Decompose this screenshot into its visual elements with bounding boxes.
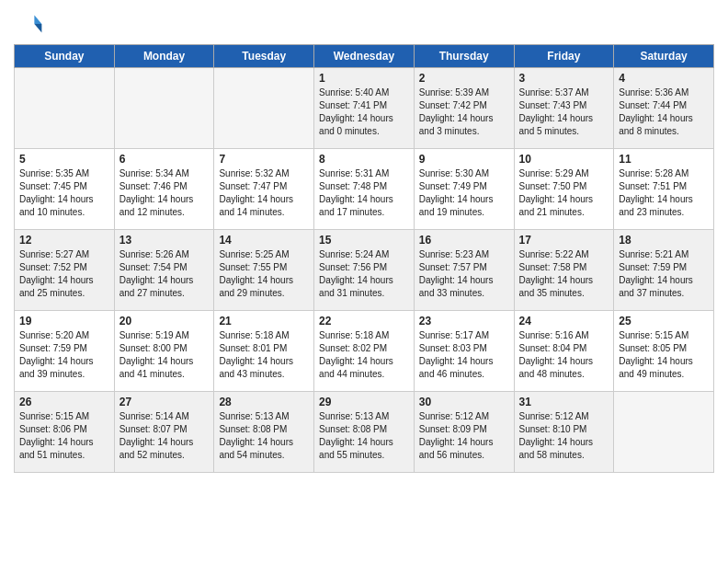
day-number: 1 (319, 72, 409, 85)
calendar-week-row: 1Sunrise: 5:40 AMSunset: 7:41 PMDaylight… (15, 68, 714, 149)
day-number: 8 (319, 153, 409, 166)
day-number: 29 (319, 396, 409, 408)
weekday-header: Thursday (414, 45, 514, 68)
day-number: 27 (119, 396, 210, 408)
logo-icon (14, 9, 43, 39)
day-number: 9 (419, 153, 509, 166)
day-info: Sunrise: 5:30 AMSunset: 7:49 PMDaylight:… (419, 167, 509, 219)
day-number: 12 (19, 234, 109, 247)
day-info: Sunrise: 5:15 AMSunset: 8:05 PMDaylight:… (619, 329, 709, 381)
calendar-cell: 30Sunrise: 5:12 AMSunset: 8:09 PMDayligh… (414, 392, 514, 473)
calendar-cell: 25Sunrise: 5:15 AMSunset: 8:05 PMDayligh… (614, 311, 714, 392)
calendar-cell: 7Sunrise: 5:32 AMSunset: 7:47 PMDaylight… (214, 149, 314, 230)
calendar-cell: 15Sunrise: 5:24 AMSunset: 7:56 PMDayligh… (314, 230, 415, 311)
calendar-cell: 9Sunrise: 5:30 AMSunset: 7:49 PMDaylight… (414, 149, 514, 230)
day-info: Sunrise: 5:36 AMSunset: 7:44 PMDaylight:… (619, 86, 709, 138)
calendar-cell: 22Sunrise: 5:18 AMSunset: 8:02 PMDayligh… (314, 311, 415, 392)
day-number: 10 (519, 153, 609, 166)
day-info: Sunrise: 5:37 AMSunset: 7:43 PMDaylight:… (519, 86, 609, 138)
day-info: Sunrise: 5:18 AMSunset: 8:01 PMDaylight:… (219, 329, 309, 381)
day-info: Sunrise: 5:22 AMSunset: 7:58 PMDaylight:… (519, 248, 609, 300)
day-number: 15 (319, 234, 409, 247)
page-header (14, 9, 714, 39)
day-number: 26 (19, 396, 109, 408)
calendar-week-row: 26Sunrise: 5:15 AMSunset: 8:06 PMDayligh… (15, 392, 714, 473)
day-info: Sunrise: 5:13 AMSunset: 8:08 PMDaylight:… (319, 410, 409, 462)
calendar-cell: 29Sunrise: 5:13 AMSunset: 8:08 PMDayligh… (314, 392, 415, 473)
calendar-cell: 6Sunrise: 5:34 AMSunset: 7:46 PMDaylight… (114, 149, 214, 230)
svg-marker-0 (34, 15, 41, 24)
calendar-cell: 12Sunrise: 5:27 AMSunset: 7:52 PMDayligh… (15, 230, 115, 311)
calendar-cell: 1Sunrise: 5:40 AMSunset: 7:41 PMDaylight… (314, 68, 415, 149)
weekday-header: Friday (514, 45, 614, 68)
calendar-cell (114, 68, 214, 149)
day-number: 16 (419, 234, 509, 247)
calendar-cell: 3Sunrise: 5:37 AMSunset: 7:43 PMDaylight… (514, 68, 614, 149)
calendar-cell: 21Sunrise: 5:18 AMSunset: 8:01 PMDayligh… (214, 311, 314, 392)
day-info: Sunrise: 5:17 AMSunset: 8:03 PMDaylight:… (419, 329, 509, 381)
day-info: Sunrise: 5:40 AMSunset: 7:41 PMDaylight:… (319, 86, 409, 138)
calendar-cell: 31Sunrise: 5:12 AMSunset: 8:10 PMDayligh… (514, 392, 614, 473)
day-number: 31 (519, 396, 609, 408)
day-number: 20 (119, 315, 210, 327)
day-info: Sunrise: 5:13 AMSunset: 8:08 PMDaylight:… (219, 410, 309, 462)
day-info: Sunrise: 5:23 AMSunset: 7:57 PMDaylight:… (419, 248, 509, 300)
day-number: 22 (319, 315, 409, 327)
day-number: 13 (119, 234, 210, 247)
day-info: Sunrise: 5:25 AMSunset: 7:55 PMDaylight:… (219, 248, 309, 300)
day-number: 18 (619, 234, 709, 247)
day-info: Sunrise: 5:24 AMSunset: 7:56 PMDaylight:… (319, 248, 409, 300)
weekday-header: Monday (114, 45, 214, 68)
day-info: Sunrise: 5:34 AMSunset: 7:46 PMDaylight:… (119, 167, 210, 219)
day-number: 6 (119, 153, 210, 166)
day-info: Sunrise: 5:21 AMSunset: 7:59 PMDaylight:… (619, 248, 709, 300)
weekday-header: Saturday (614, 45, 714, 68)
day-number: 21 (219, 315, 309, 327)
calendar-cell: 10Sunrise: 5:29 AMSunset: 7:50 PMDayligh… (514, 149, 614, 230)
day-number: 11 (619, 153, 709, 166)
calendar-cell: 8Sunrise: 5:31 AMSunset: 7:48 PMDaylight… (314, 149, 415, 230)
day-number: 23 (419, 315, 509, 327)
calendar-cell: 14Sunrise: 5:25 AMSunset: 7:55 PMDayligh… (214, 230, 314, 311)
day-number: 7 (219, 153, 309, 166)
logo (14, 9, 47, 39)
day-info: Sunrise: 5:39 AMSunset: 7:42 PMDaylight:… (419, 86, 509, 138)
day-number: 25 (619, 315, 709, 327)
day-info: Sunrise: 5:20 AMSunset: 7:59 PMDaylight:… (19, 329, 109, 381)
day-number: 28 (219, 396, 309, 408)
weekday-header: Sunday (15, 45, 115, 68)
calendar-cell: 16Sunrise: 5:23 AMSunset: 7:57 PMDayligh… (414, 230, 514, 311)
calendar-cell (614, 392, 714, 473)
calendar-week-row: 12Sunrise: 5:27 AMSunset: 7:52 PMDayligh… (15, 230, 714, 311)
day-info: Sunrise: 5:12 AMSunset: 8:10 PMDaylight:… (519, 410, 609, 462)
day-number: 2 (419, 72, 509, 85)
day-info: Sunrise: 5:29 AMSunset: 7:50 PMDaylight:… (519, 167, 609, 219)
calendar-week-row: 5Sunrise: 5:35 AMSunset: 7:45 PMDaylight… (15, 149, 714, 230)
calendar-cell: 5Sunrise: 5:35 AMSunset: 7:45 PMDaylight… (15, 149, 115, 230)
day-info: Sunrise: 5:27 AMSunset: 7:52 PMDaylight:… (19, 248, 109, 300)
calendar-cell: 18Sunrise: 5:21 AMSunset: 7:59 PMDayligh… (614, 230, 714, 311)
calendar-cell: 11Sunrise: 5:28 AMSunset: 7:51 PMDayligh… (614, 149, 714, 230)
day-info: Sunrise: 5:14 AMSunset: 8:07 PMDaylight:… (119, 410, 210, 462)
calendar-week-row: 19Sunrise: 5:20 AMSunset: 7:59 PMDayligh… (15, 311, 714, 392)
calendar-cell: 24Sunrise: 5:16 AMSunset: 8:04 PMDayligh… (514, 311, 614, 392)
calendar-cell (15, 68, 115, 149)
day-info: Sunrise: 5:26 AMSunset: 7:54 PMDaylight:… (119, 248, 210, 300)
calendar-table: SundayMondayTuesdayWednesdayThursdayFrid… (14, 44, 714, 473)
calendar-cell: 20Sunrise: 5:19 AMSunset: 8:00 PMDayligh… (114, 311, 214, 392)
day-number: 3 (519, 72, 609, 85)
day-info: Sunrise: 5:32 AMSunset: 7:47 PMDaylight:… (219, 167, 309, 219)
day-number: 30 (419, 396, 509, 408)
calendar-cell: 27Sunrise: 5:14 AMSunset: 8:07 PMDayligh… (114, 392, 214, 473)
svg-marker-1 (34, 24, 41, 33)
calendar-body: 1Sunrise: 5:40 AMSunset: 7:41 PMDaylight… (15, 68, 714, 473)
day-info: Sunrise: 5:19 AMSunset: 8:00 PMDaylight:… (119, 329, 210, 381)
day-number: 14 (219, 234, 309, 247)
calendar-cell: 13Sunrise: 5:26 AMSunset: 7:54 PMDayligh… (114, 230, 214, 311)
calendar-cell: 26Sunrise: 5:15 AMSunset: 8:06 PMDayligh… (15, 392, 115, 473)
day-info: Sunrise: 5:15 AMSunset: 8:06 PMDaylight:… (19, 410, 109, 462)
day-number: 24 (519, 315, 609, 327)
calendar-header-row: SundayMondayTuesdayWednesdayThursdayFrid… (15, 45, 714, 68)
day-number: 5 (19, 153, 109, 166)
calendar-cell: 4Sunrise: 5:36 AMSunset: 7:44 PMDaylight… (614, 68, 714, 149)
